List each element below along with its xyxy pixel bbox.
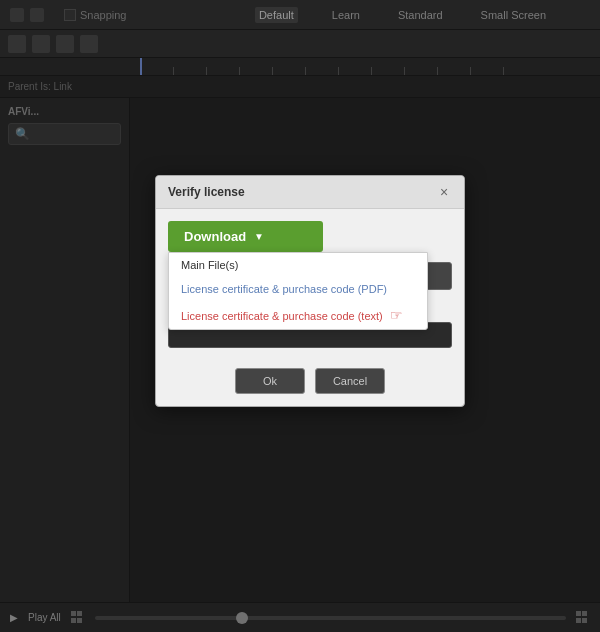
dropdown-item-license-pdf[interactable]: License certificate & purchase code (PDF… <box>169 277 427 301</box>
download-dropdown: Main File(s) License certificate & purch… <box>168 252 428 330</box>
dropdown-main-files-label: Main File(s) <box>181 259 238 271</box>
verify-license-modal: Verify license × Download ▼ Main File(s)… <box>155 175 465 407</box>
dropdown-item-license-text[interactable]: License certificate & purchase code (tex… <box>169 301 427 329</box>
cursor-hand-icon: ☞ <box>390 307 403 323</box>
modal-close-button[interactable]: × <box>436 184 452 200</box>
modal-header: Verify license × <box>156 176 464 209</box>
download-button[interactable]: Download ▼ <box>168 221 323 252</box>
modal-overlay: Verify license × Download ▼ Main File(s)… <box>0 0 600 632</box>
modal-title: Verify license <box>168 185 245 199</box>
dropdown-license-pdf-label: License certificate & purchase code (PDF… <box>181 283 387 295</box>
download-label: Download <box>184 229 246 244</box>
dropdown-item-main-files[interactable]: Main File(s) <box>169 253 427 277</box>
dropdown-license-text-label: License certificate & purchase code (tex… <box>181 310 383 322</box>
download-arrow-icon: ▼ <box>254 231 264 242</box>
ok-button[interactable]: Ok <box>235 368 305 394</box>
modal-body: Download ▼ Main File(s) License certific… <box>156 209 464 360</box>
cancel-button[interactable]: Cancel <box>315 368 385 394</box>
download-btn-container: Download ▼ Main File(s) License certific… <box>168 221 452 252</box>
modal-footer: Ok Cancel <box>156 360 464 406</box>
